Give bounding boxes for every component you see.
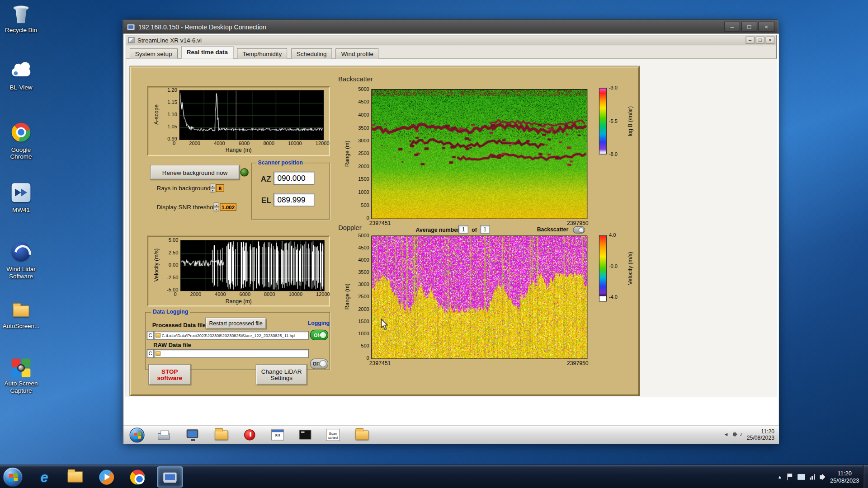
remote-desktop-icon xyxy=(163,472,176,482)
scan-sched-icon: Scan sched xyxy=(326,429,340,441)
remote-quicklaunch-folder2[interactable] xyxy=(354,428,370,442)
volume-icon[interactable] xyxy=(733,432,735,436)
remote-quicklaunch-display[interactable] xyxy=(185,428,200,442)
bl-view-icon xyxy=(10,61,32,83)
spin-down-icon[interactable]: ▾ xyxy=(210,188,215,192)
maximize-button[interactable]: □ xyxy=(741,22,758,32)
desktop-icon-wind-lidar[interactable]: Wind Lidar Software xyxy=(0,241,42,280)
tick-label: 1000 xyxy=(350,189,369,195)
az-label: AZ xyxy=(261,174,271,183)
restart-processed-file-button[interactable]: Restart processed file xyxy=(205,318,266,329)
raw-drive-select[interactable]: C xyxy=(146,349,154,358)
processed-drive-select[interactable]: C xyxy=(146,331,154,340)
display-tray-icon[interactable] xyxy=(797,474,805,479)
tick-label: 3500 xyxy=(350,125,369,131)
az-value-field[interactable]: 090.000 xyxy=(274,172,315,185)
taskbar-item-internet-explorer[interactable]: e xyxy=(35,469,53,485)
taskbar-item-rdp-active[interactable] xyxy=(157,466,183,488)
tab-system-setup[interactable]: System setup xyxy=(130,48,178,59)
tick-label: 0.00 xyxy=(160,262,179,267)
remote-quicklaunch-printer[interactable] xyxy=(156,428,171,442)
desktop-icon-autoscreen-folder[interactable]: AutoScreen... xyxy=(0,299,42,329)
chevron-left-icon[interactable]: ◄ xyxy=(724,431,729,436)
doppler-x-ticks: 2397451 2397950 xyxy=(369,360,589,366)
auto-screen-capture-icon xyxy=(10,357,32,379)
raw-path-field[interactable] xyxy=(154,349,309,358)
el-value-field[interactable]: 089.999 xyxy=(274,193,315,206)
snr-value-field[interactable]: 1.002 xyxy=(220,203,236,211)
tab-wind-profile[interactable]: Wind profile xyxy=(336,48,379,59)
file-icon xyxy=(156,352,160,356)
tick-label: 2000 xyxy=(189,141,200,146)
processed-path-field[interactable]: C:\Lidar\Data\Proc\2023\202308\20230825\… xyxy=(154,331,309,340)
tick-label: 1.05 xyxy=(160,124,177,129)
tick-label: 4500 xyxy=(350,99,369,105)
taskbar-item-media-player[interactable] xyxy=(98,469,115,485)
volume-icon[interactable] xyxy=(820,475,822,479)
raw-logging-toggle[interactable]: OFF xyxy=(310,358,328,369)
desktop-icon-recycle-bin[interactable]: Recycle Bin xyxy=(0,3,42,33)
desktop-icon-google-chrome[interactable]: Google Chrome xyxy=(0,121,42,160)
taskbar-item-explorer[interactable] xyxy=(66,469,84,485)
average-number-field[interactable]: 1 xyxy=(458,225,468,233)
average-total-field[interactable]: 1 xyxy=(480,225,490,233)
taskbar-item-chrome[interactable] xyxy=(128,469,146,485)
tick-label: 1000 xyxy=(350,331,369,336)
remote-quicklaunch-folder[interactable] xyxy=(214,428,229,442)
remote-quicklaunch-stop[interactable] xyxy=(242,428,258,442)
labview-panel: A-scope 1.201.151.101.050.99 02000400060… xyxy=(130,66,640,396)
desktop-icon-bl-view[interactable]: BL-View xyxy=(0,61,42,91)
rdp-titlebar[interactable]: 192.168.0.150 - Remote Desktop Connectio… xyxy=(123,20,778,34)
windows-flag-icon xyxy=(9,473,18,482)
app-maximize-button[interactable]: □ xyxy=(755,37,764,44)
close-button[interactable]: × xyxy=(759,22,775,32)
terminal-icon xyxy=(299,430,311,439)
tab-temp-humidity[interactable]: Temp/humidity xyxy=(237,48,287,59)
desktop-icon-mw41[interactable]: MW41 xyxy=(0,182,42,214)
tab-real-time-data[interactable]: Real time data xyxy=(181,46,234,59)
recycle-bin-icon xyxy=(10,3,32,25)
spin-up-icon[interactable]: ▴ xyxy=(214,202,219,207)
snr-spinner[interactable]: ▴▾ xyxy=(214,202,219,211)
ie-icon: e xyxy=(40,469,48,485)
backscatter-toggle[interactable] xyxy=(573,226,585,234)
doppler-y-axis-label: Range (m) xyxy=(344,283,350,310)
app-titlebar[interactable]: StreamLine XR v14-6.vi – □ × xyxy=(126,35,776,45)
remote-system-tray[interactable]: ◄ ♪ xyxy=(724,431,743,437)
show-desktop-button[interactable] xyxy=(863,465,868,488)
renew-background-button[interactable]: Renew background now xyxy=(150,165,240,180)
minimize-button[interactable]: – xyxy=(724,22,741,32)
tick-label: 12000 xyxy=(316,141,330,146)
desktop-icon-auto-screen-capture[interactable]: Auto Screen Capture xyxy=(0,357,42,394)
tick-label: 4500 xyxy=(350,245,369,251)
desktop-icon-label: BL-View xyxy=(0,84,42,91)
remote-quicklaunch-terminal[interactable] xyxy=(298,428,313,442)
app-minimize-button[interactable]: – xyxy=(745,37,755,44)
action-center-flag-icon[interactable] xyxy=(787,474,793,480)
taskbar-clock[interactable]: 11:20 25/08/2023 xyxy=(830,470,859,484)
remote-clock[interactable]: 11:20 25/08/2023 xyxy=(747,428,774,441)
change-lidar-settings-button[interactable]: Change LiDAR Settings xyxy=(256,364,307,385)
spin-up-icon[interactable]: ▴ xyxy=(210,184,215,188)
velocity-y-axis-label: Velocity (m/s) xyxy=(153,249,159,282)
remote-start-button[interactable] xyxy=(130,428,145,443)
media-icon[interactable]: ♪ xyxy=(740,431,742,437)
remote-quicklaunch-scan-sched[interactable]: Scan sched xyxy=(326,428,341,442)
start-button[interactable] xyxy=(3,467,23,487)
spin-down-icon[interactable]: ▾ xyxy=(214,207,219,211)
backscatter-toggle-label: Backscatter xyxy=(537,226,568,232)
processed-logging-toggle[interactable]: ON xyxy=(310,330,328,340)
rays-value-field[interactable]: 8 xyxy=(216,184,224,192)
backscatter-x-ticks: 2397451 2397950 xyxy=(369,220,589,226)
remote-quicklaunch-xr[interactable]: XR xyxy=(270,428,286,442)
tab-bar: System setup Real time data Temp/humidit… xyxy=(126,45,776,58)
tab-scheduling[interactable]: Scheduling xyxy=(291,48,332,59)
app-close-button[interactable]: × xyxy=(765,37,774,44)
tray-expand-icon[interactable]: ▲ xyxy=(778,474,782,479)
rays-spinner[interactable]: ▴▾ xyxy=(210,184,215,192)
system-tray[interactable]: ▲ xyxy=(778,465,823,488)
folder-icon xyxy=(355,431,368,440)
stop-software-button[interactable]: STOP software xyxy=(148,364,191,385)
network-icon[interactable] xyxy=(810,474,815,479)
desktop: Recycle Bin BL-View Google Chrome MW41 W… xyxy=(0,0,868,488)
